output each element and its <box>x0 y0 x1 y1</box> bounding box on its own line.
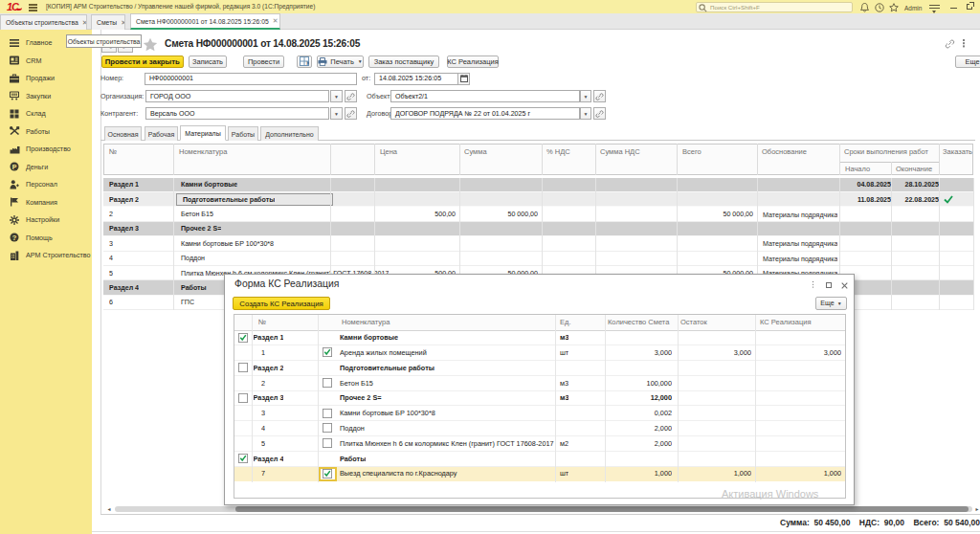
svg-text:P: P <box>12 164 17 170</box>
svg-text:?: ? <box>12 234 17 242</box>
svg-text:K: K <box>306 60 309 66</box>
